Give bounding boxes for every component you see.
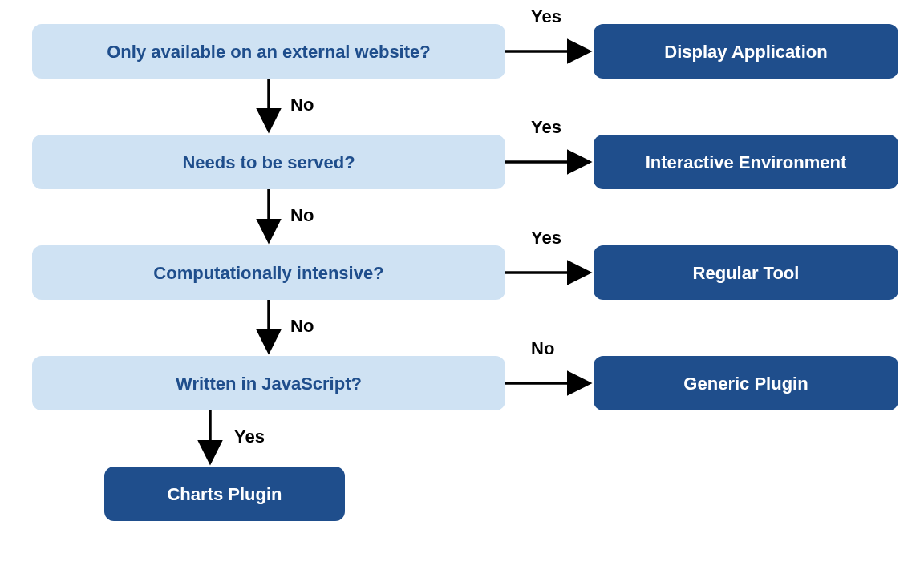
- question-text-3: Computationally intensive?: [153, 263, 383, 283]
- edge-label-r3-down: No: [290, 316, 314, 336]
- edge-label-r1-down: No: [290, 95, 314, 115]
- answer-text-display-application: Display Application: [664, 42, 827, 62]
- edge-label-r2-right: Yes: [531, 117, 561, 137]
- edge-label-r4-right: No: [531, 338, 554, 358]
- edge-label-r2-down: No: [290, 205, 314, 225]
- question-text-2: Needs to be served?: [182, 152, 355, 172]
- edge-label-r1-right: Yes: [531, 6, 561, 26]
- edge-label-r3-right: Yes: [531, 228, 561, 248]
- question-text-4: Written in JavaScript?: [176, 374, 362, 394]
- decision-flowchart: Only available on an external website? D…: [0, 0, 924, 582]
- edge-label-r4-down: Yes: [234, 426, 265, 447]
- answer-text-regular-tool: Regular Tool: [693, 263, 800, 283]
- question-text-1: Only available on an external website?: [107, 42, 430, 62]
- answer-text-interactive-environment: Interactive Environment: [646, 152, 847, 172]
- answer-text-charts-plugin: Charts Plugin: [167, 484, 282, 504]
- answer-text-generic-plugin: Generic Plugin: [683, 374, 808, 394]
